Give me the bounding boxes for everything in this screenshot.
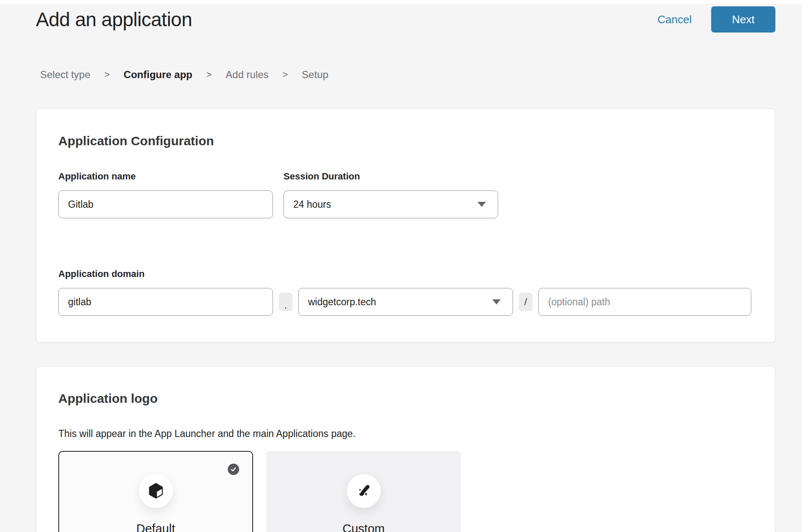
- domain-select[interactable]: widgetcorp.tech: [298, 288, 513, 316]
- config-card-heading: Application Configuration: [58, 133, 751, 149]
- breadcrumb-separator: >: [283, 69, 288, 80]
- breadcrumb-step-configure-app[interactable]: Configure app: [124, 69, 193, 81]
- logo-card-heading: Application logo: [58, 391, 751, 406]
- breadcrumb-separator: >: [206, 69, 212, 80]
- logo-option-default[interactable]: Default: [58, 451, 253, 532]
- slash-separator: /: [519, 293, 532, 311]
- breadcrumb-step-select-type[interactable]: Select type: [40, 69, 90, 81]
- application-domain-row: . widgetcorp.tech /: [58, 288, 751, 316]
- check-icon: [228, 464, 239, 475]
- next-button[interactable]: Next: [711, 6, 775, 33]
- paintbrush-icon: [354, 481, 374, 501]
- path-input[interactable]: [538, 288, 751, 316]
- session-duration-select[interactable]: 24 hours: [284, 190, 498, 218]
- dot-separator: .: [279, 293, 292, 311]
- application-logo-card: Application logo This will appear in the…: [36, 366, 775, 532]
- add-application-page: Add an application Cancel Next Select ty…: [0, 6, 802, 532]
- config-form-row: Application name Session Duration 24 hou…: [58, 171, 751, 218]
- cube-icon: [146, 481, 166, 501]
- page-title: Add an application: [36, 8, 192, 31]
- page-header: Add an application Cancel Next: [36, 6, 775, 33]
- session-duration-group: Session Duration 24 hours: [284, 171, 498, 218]
- slash-separator-glyph: /: [524, 296, 527, 308]
- application-name-input[interactable]: [58, 190, 273, 218]
- cancel-button[interactable]: Cancel: [657, 13, 692, 26]
- application-name-group: Application name: [58, 171, 273, 218]
- session-duration-value: 24 hours: [293, 199, 331, 210]
- subdomain-input[interactable]: [58, 288, 273, 316]
- application-domain-label: Application domain: [58, 269, 751, 280]
- application-name-label: Application name: [58, 171, 273, 182]
- header-actions: Cancel Next: [657, 6, 775, 33]
- breadcrumb-separator: >: [104, 69, 110, 80]
- logo-option-custom[interactable]: Custom: [266, 451, 461, 532]
- dot-separator-glyph: .: [284, 299, 287, 311]
- custom-logo-circle: [347, 474, 381, 508]
- top-header-strip: [0, 0, 802, 4]
- breadcrumb-step-add-rules[interactable]: Add rules: [226, 69, 268, 81]
- default-logo-circle: [139, 474, 173, 508]
- logo-options: Default Custom: [58, 451, 751, 532]
- logo-card-description: This will appear in the App Launcher and…: [58, 428, 751, 440]
- logo-option-default-label: Default: [136, 522, 175, 532]
- breadcrumb-step-setup[interactable]: Setup: [302, 69, 328, 81]
- application-configuration-card: Application Configuration Application na…: [36, 109, 775, 342]
- logo-option-custom-label: Custom: [343, 522, 385, 532]
- chevron-down-icon: [492, 299, 501, 304]
- domain-select-value: widgetcorp.tech: [308, 296, 376, 308]
- session-duration-label: Session Duration: [284, 171, 498, 182]
- chevron-down-icon: [477, 202, 486, 207]
- breadcrumb: Select type > Configure app > Add rules …: [36, 69, 775, 81]
